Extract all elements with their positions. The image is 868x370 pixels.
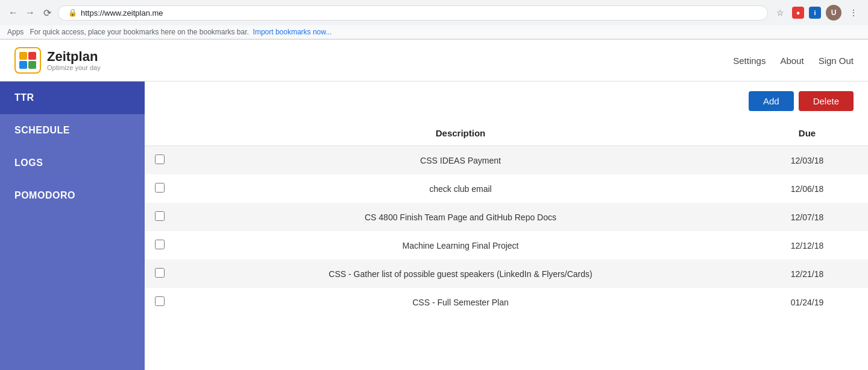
row-description: CSS - Gather list of possible guest spea… bbox=[175, 260, 746, 288]
row-check-cell bbox=[145, 231, 175, 260]
settings-nav-link[interactable]: Settings bbox=[733, 56, 766, 66]
app-body: TTR SCHEDULE LOGS POMODORO Add Delete De… bbox=[0, 81, 868, 370]
row-description: Machine Learning Final Project bbox=[175, 231, 746, 260]
logo-cell-orange bbox=[19, 52, 27, 60]
about-nav-link[interactable]: About bbox=[780, 56, 804, 66]
col-check bbox=[145, 121, 175, 146]
header-nav: Settings About Sign Out bbox=[733, 56, 854, 66]
app-header: Zeitplan Optimize your day Settings Abou… bbox=[0, 40, 868, 81]
logo-cell-blue bbox=[19, 61, 27, 69]
ext-icon-red[interactable]: ● bbox=[792, 7, 804, 19]
reload-button[interactable]: ⟳ bbox=[41, 7, 53, 19]
forward-button[interactable]: → bbox=[24, 7, 36, 19]
url-text: https://www.zeitplan.me bbox=[81, 8, 163, 18]
task-table-body: CSS IDEAS Payment 12/03/18 check club em… bbox=[145, 146, 868, 317]
table-row: CS 4800 Finish Team Page and GitHub Repo… bbox=[145, 203, 868, 231]
logo-title: Zeitplan bbox=[47, 49, 101, 64]
delete-button[interactable]: Delete bbox=[799, 91, 854, 111]
star-icon[interactable]: ☆ bbox=[773, 5, 787, 20]
table-row: CSS - Gather list of possible guest spea… bbox=[145, 260, 868, 288]
row-description: CSS IDEAS Payment bbox=[175, 146, 746, 175]
row-check-cell bbox=[145, 203, 175, 231]
col-description: Description bbox=[175, 121, 746, 146]
add-button[interactable]: Add bbox=[749, 91, 794, 111]
sidebar-item-ttr[interactable]: TTR bbox=[0, 81, 145, 114]
logo-cell-red bbox=[28, 52, 36, 60]
col-due: Due bbox=[746, 121, 868, 146]
sidebar-item-schedule[interactable]: SCHEDULE bbox=[0, 114, 145, 147]
logo-cell-green bbox=[28, 61, 36, 69]
sidebar-item-logs[interactable]: LOGS bbox=[0, 147, 145, 179]
row-check-cell bbox=[145, 260, 175, 288]
lock-icon: 🔒 bbox=[68, 8, 77, 17]
browser-chrome: ← → ⟳ 🔒 https://www.zeitplan.me ☆ ● i U … bbox=[0, 0, 868, 40]
task-checkbox[interactable] bbox=[155, 211, 165, 221]
task-checkbox[interactable] bbox=[155, 155, 165, 164]
task-checkbox[interactable] bbox=[155, 268, 165, 278]
logo-area: Zeitplan Optimize your day bbox=[14, 47, 101, 74]
profile-avatar[interactable]: U bbox=[826, 5, 841, 21]
browser-toolbar: ← → ⟳ 🔒 https://www.zeitplan.me ☆ ● i U … bbox=[0, 0, 868, 25]
ext-icon-blue[interactable]: i bbox=[809, 7, 821, 19]
sidebar-item-pomodoro[interactable]: POMODORO bbox=[0, 179, 145, 212]
logo-text-area: Zeitplan Optimize your day bbox=[47, 49, 101, 71]
logo-subtitle: Optimize your day bbox=[47, 64, 101, 71]
toolbar: Add Delete bbox=[145, 81, 868, 121]
table-row: Machine Learning Final Project 12/12/18 bbox=[145, 231, 868, 260]
row-due: 12/07/18 bbox=[746, 203, 868, 231]
row-due: 01/24/19 bbox=[746, 288, 868, 316]
table-row: CSS IDEAS Payment 12/03/18 bbox=[145, 146, 868, 175]
main-content: Add Delete Description Due CSS IDEAS Pay… bbox=[145, 81, 868, 370]
table-row: check club email 12/06/18 bbox=[145, 174, 868, 203]
menu-icon[interactable]: ⋮ bbox=[846, 5, 861, 20]
back-button[interactable]: ← bbox=[7, 7, 19, 19]
bookmark-bar-text: For quick access, place your bookmarks h… bbox=[30, 28, 249, 36]
row-due: 12/21/18 bbox=[746, 260, 868, 288]
address-bar[interactable]: 🔒 https://www.zeitplan.me bbox=[58, 5, 768, 21]
bookmark-bar: Apps For quick access, place your bookma… bbox=[0, 25, 868, 39]
sidebar: TTR SCHEDULE LOGS POMODORO bbox=[0, 81, 145, 370]
row-check-cell bbox=[145, 288, 175, 316]
row-due: 12/06/18 bbox=[746, 174, 868, 203]
import-bookmarks-link[interactable]: Import bookmarks now... bbox=[253, 28, 332, 36]
logo-icon bbox=[14, 47, 41, 74]
task-table: Description Due CSS IDEAS Payment 12/03/… bbox=[145, 121, 868, 316]
row-due: 12/12/18 bbox=[746, 231, 868, 260]
row-description: CS 4800 Finish Team Page and GitHub Repo… bbox=[175, 203, 746, 231]
row-check-cell bbox=[145, 174, 175, 203]
row-check-cell bbox=[145, 146, 175, 175]
task-checkbox[interactable] bbox=[155, 296, 165, 306]
task-checkbox[interactable] bbox=[155, 183, 165, 193]
table-row: CSS - Full Semester Plan 01/24/19 bbox=[145, 288, 868, 316]
row-description: CSS - Full Semester Plan bbox=[175, 288, 746, 316]
signout-nav-link[interactable]: Sign Out bbox=[819, 56, 854, 66]
apps-label: Apps bbox=[7, 28, 24, 36]
task-checkbox[interactable] bbox=[155, 240, 165, 249]
row-description: check club email bbox=[175, 174, 746, 203]
table-header: Description Due bbox=[145, 121, 868, 146]
row-due: 12/03/18 bbox=[746, 146, 868, 175]
header-row: Description Due bbox=[145, 121, 868, 146]
logo-grid bbox=[19, 52, 36, 69]
browser-actions: ☆ ● i U ⋮ bbox=[773, 5, 861, 21]
